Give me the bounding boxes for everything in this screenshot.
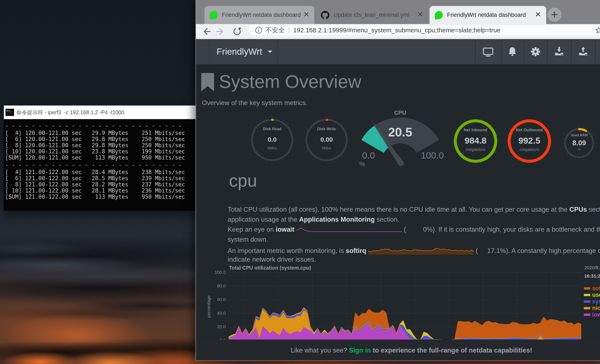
netdata-favicon [209,11,218,19]
help-text: Keep an eye on [228,226,276,233]
gauge-cpu[interactable]: CPU20.50.0100.0% [345,109,456,175]
legend-item-softirq[interactable]: softirq [584,285,600,291]
signin-link[interactable]: Sign in [349,346,371,354]
chart-date: 2020年3 [584,265,600,271]
forward-button[interactable] [215,26,226,37]
help-text: indicate network driver issues. [228,256,316,263]
monitor-icon[interactable] [476,39,500,64]
y-tick-label: 80.0 [196,283,226,289]
terminal-output-line: [ 4] 120.00-121.00 sec 29.9 MBytes 251 M… [5,130,196,136]
help-text: section. [375,216,399,223]
terminal-output-line: [ 6] 121.00-122.00 sec 28.5 MBytes 239 M… [5,175,196,181]
help-text: system down. [228,236,268,243]
gauge-used-ram[interactable]: Used RAM8.09% [561,125,597,161]
terminal-titlebar[interactable]: 命令提示符 - iperf3 -c 192.168.1.2 -P4 -t1000 [4,105,196,119]
terminal-output-line: [ 6] 120.00-121.00 sec 29.8 MBytes 250 M… [5,136,196,142]
reload-button[interactable] [232,26,242,37]
tab-close-icon[interactable] [302,11,311,19]
legend-item-iowait[interactable]: iowait [584,312,600,318]
gauge-label: CPU [345,110,456,116]
chart-series-nice [228,309,581,341]
help-text [294,226,296,233]
legend-label: nice [592,305,600,311]
netdata-host-menu[interactable]: FriendlyWrt [216,39,272,64]
url-text[interactable]: 192.168.2.1:19999/#menu_system_submenu_c… [293,27,500,34]
tab-title: FriendlyWrt netdata dashboard [447,12,526,18]
gauge-net-outbound[interactable]: Net Outbound992.5megabits/s [505,117,553,165]
address-bar[interactable]: 不安全192.168.2.1:19999/#menu_system_submen… [249,25,600,35]
back-button[interactable] [201,26,212,37]
bookmark-star-icon[interactable] [595,26,600,34]
browser-tab[interactable]: FriendlyWrt netdata dashboard [430,6,546,24]
y-axis-title: percentage [206,289,211,325]
cpu-help-line6: indicate network driver issues. [228,256,316,263]
terminal-output-line: [ 8] 121.00-122.00 sec 28.2 MBytes 237 M… [5,181,196,188]
gauge-value: 20.5 [345,125,456,139]
header-separator [209,40,209,64]
gauge-value: 992.5 [505,136,553,146]
legend-label: softirq [592,285,600,292]
chart-series-iowait [228,324,581,341]
gauge-disk-read[interactable]: Disk Read0.0MiB/s [248,116,296,164]
terminal-output[interactable]: - - - - - - - - - - - - - - - - - - - - … [4,119,196,211]
bookmark-icon [201,73,214,91]
bell-icon[interactable] [501,39,524,64]
legend-item-system[interactable]: system [584,299,600,304]
legend-label: user [592,292,600,298]
terminal-output-line: [ 10] 121.00-122.00 sec 28.1 MBytes 236 … [5,188,196,194]
chart-time: 16:31:2 [584,273,600,279]
header-separator [595,40,596,64]
gauge-unit: MiB/s [302,146,351,150]
cpu-section-title: cpu [229,171,257,191]
help-text: ( [402,226,406,233]
browser-tabstrip: FriendlyWrt netdata dashboardUpdate r2s_… [196,0,600,24]
github-icon [321,11,329,19]
tab-separator [315,10,315,20]
omnibox-divider [289,27,289,34]
cpu-help-line1: Total CPU utilization (all cores). 100% … [228,206,600,213]
chart-title: Total CPU utilization (system.cpu) [229,265,311,271]
cpu-help-line3: Keep an eye on iowait (0%). If it is con… [228,226,600,233]
browser-tab[interactable]: Update r2s_lean_minimal.yml · k [316,6,428,24]
help-text: Total CPU utilization (all cores). 100% … [228,206,569,213]
help-text: 0%). If it is constantly high, your disk… [423,226,600,233]
browser-tab[interactable]: FriendlyWrt netdata dashboard [205,6,314,24]
help-term: Applications Monitoring [299,216,375,223]
gauge-disk-write[interactable]: Disk Write0.00MiB/s [302,116,351,164]
netdata-page: FriendlyWrt Like what you see? Sign in t… [196,39,600,360]
terminal-output-line: [ 4] 121.00-122.00 sec 28.4 MBytes 238 M… [5,169,196,175]
new-tab-button[interactable] [547,8,562,22]
gauge-label: Net Inbound [451,128,500,132]
legend-item-nice[interactable]: nice [584,305,600,311]
export-icon[interactable] [572,39,595,64]
page-subtitle: Overview of the key system metrics. [202,99,308,107]
info-icon[interactable] [255,26,262,34]
header-separator [277,40,278,64]
help-text: ( [474,247,478,254]
desktop: 命令提示符 - iperf3 -c 192.168.1.2 -P4 -t1000… [0,0,600,364]
gauge-label: Disk Read [248,127,296,131]
gauge-value: 0.0 [248,136,296,143]
terminal-output-line: [ 10] 120.00-121.00 sec 23.8 MBytes 199 … [5,149,196,155]
signin-pre: Like what you see? [291,346,349,354]
legend-chip [584,300,590,303]
gear-icon[interactable] [524,39,547,64]
y-tick-label: 20.0 [196,324,226,329]
tab-close-icon[interactable] [534,11,542,19]
terminal-title: 命令提示符 - iperf3 -c 192.168.1.2 -P4 -t1000 [16,109,124,116]
security-label: 不安全 [265,26,285,35]
gauge-net-inbound[interactable]: Net Inbound984.8megabits/s [451,117,500,165]
help-text: section and per [587,206,600,213]
caret-down-icon [268,51,272,55]
gauge-min: 0.0 [359,150,378,161]
help-term: CPUs [569,206,587,213]
import-icon[interactable] [547,39,571,64]
tab-close-icon[interactable] [416,11,424,19]
gauge-max: 100.0 [417,150,447,161]
legend-item-user[interactable]: user [584,292,600,298]
chart-series-softirq [228,308,581,340]
cpu-help-line2: application usage at the Applications Mo… [228,216,399,223]
gauge-value: 984.8 [451,136,500,146]
gauge-value: 0.00 [302,136,351,143]
netdata-host-name: FriendlyWrt [216,47,262,57]
